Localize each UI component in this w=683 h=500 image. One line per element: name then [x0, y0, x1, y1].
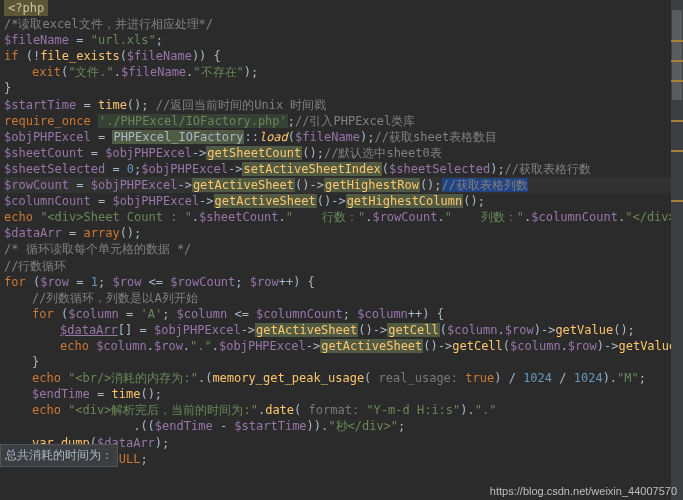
- comment: /*读取excel文件，并进行相应处理*/: [4, 16, 679, 32]
- watermark: https://blog.csdn.net/weixin_44007570: [490, 485, 677, 497]
- scrollbar-thumb[interactable]: [672, 10, 682, 100]
- php-open-tag: <?php: [4, 0, 48, 16]
- vertical-scrollbar[interactable]: [671, 0, 683, 500]
- tooltip-banner: 总共消耗的时间为：: [0, 444, 118, 467]
- code-editor[interactable]: <?php /*读取excel文件，并进行相应处理*/ $fileName = …: [0, 0, 683, 467]
